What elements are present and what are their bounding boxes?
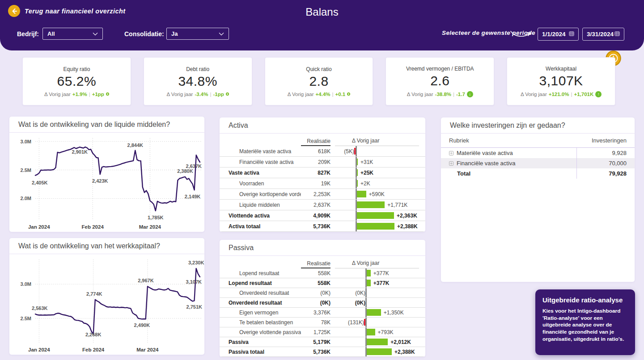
- delta-value: +25K: [360, 170, 373, 176]
- row-label: Te betalen belastingen: [226, 319, 301, 326]
- delta-bar: [357, 191, 366, 197]
- period-start-input[interactable]: 1/1/2024: [538, 28, 579, 41]
- bedrijf-label: Bedrijf:: [17, 30, 39, 38]
- realisatie-value: 558K: [301, 270, 330, 276]
- table-row[interactable]: Overige kortlopende vordering... 2,253K …: [220, 189, 425, 200]
- kpi-title: Equity ratio: [63, 66, 90, 72]
- delta-bar: [367, 270, 371, 276]
- passiva-card: Passiva Realisatie Δ Vorig jaar Lopend r…: [219, 239, 426, 357]
- delta-value: +377K: [373, 280, 390, 286]
- svg-text:2,901K: 2,901K: [72, 149, 88, 155]
- zero-axis: [365, 318, 367, 327]
- liquidity-chart-title: Wat is de ontwikkeling van de liquide mi…: [9, 117, 204, 133]
- zero-axis: [365, 298, 367, 307]
- chevron-down-icon: [219, 30, 224, 37]
- investeringen-value: 9,928: [576, 148, 627, 158]
- ratio-analyse-body: Kies voor het Intigo-dashboard 'Ratio-an…: [542, 308, 628, 343]
- delta-value: +1,771K: [387, 202, 407, 208]
- table-row[interactable]: Te betalen belastingen 78K (131K): [220, 318, 425, 327]
- investeringen-value: 79,928: [576, 168, 627, 179]
- kpi-title: Werkkapitaal: [546, 66, 576, 72]
- table-row[interactable]: Overige vlottende passiva 1,725K +793K: [220, 327, 425, 337]
- kpi-value: 2.8: [309, 74, 328, 89]
- realisatie-value: 2,637K: [301, 202, 330, 208]
- delta-value: +1,350K: [384, 310, 404, 316]
- bedrijf-dropdown[interactable]: All: [42, 28, 103, 40]
- table-row[interactable]: Lopend resultaat 558K +377K: [220, 278, 425, 288]
- rubriek-label: Materiële vaste activa: [457, 150, 513, 156]
- realisatie-value: 558K: [301, 280, 330, 286]
- werkkapitaal-chart-card: Wat is de ontwikkeling van het werkkapit…: [9, 238, 205, 355]
- kpi-card: Quick ratio 2.8 Δ Vorig jaar +4.4%|+0.1: [265, 57, 373, 105]
- delta-bar: [367, 348, 392, 355]
- expand-icon[interactable]: [449, 151, 453, 155]
- realisatie-value: 5,736K: [301, 349, 330, 355]
- delta-value: (5K): [344, 148, 354, 155]
- invest-row[interactable]: Financiële vaste activa 70,000: [441, 158, 635, 168]
- realisatie-value: 1,725K: [301, 329, 330, 335]
- svg-text:2,844K: 2,844K: [127, 142, 144, 148]
- table-row[interactable]: Financiële vaste activa 209K +31K: [220, 157, 425, 167]
- table-row[interactable]: Onverdeeld resultaat (0K) (0K): [220, 298, 425, 308]
- row-label: Vlottende activa: [226, 213, 301, 219]
- ratio-analyse-tile[interactable]: Uitgebreide ratio-analyse Kies voor het …: [535, 289, 635, 355]
- svg-text:Feb 2024: Feb 2024: [82, 347, 105, 352]
- delta-bar: [367, 309, 381, 316]
- expand-icon[interactable]: [449, 161, 453, 166]
- delta-bar: [367, 329, 375, 335]
- chevron-down-icon: [93, 30, 98, 37]
- table-row[interactable]: Onverdeeld resultaat (0K) (0K): [220, 288, 425, 298]
- realisatie-value: 618K: [301, 148, 330, 155]
- delta-value: +2K: [360, 180, 370, 187]
- realisatie-value: (0K): [301, 300, 330, 306]
- trend-up-icon: ↑: [595, 91, 602, 97]
- row-label: Lopend resultaat: [226, 270, 301, 276]
- investeringen-card: Welke investeringen zijn er gedaan? Rubr…: [441, 117, 635, 282]
- kpi-delta: Δ Vorig jaar -38.8%|-1.7 ↓: [407, 91, 473, 97]
- delta-bar: [357, 169, 358, 176]
- realisatie-value: (0K): [301, 290, 330, 296]
- table-row[interactable]: Activa totaal 5,736K +2,388K: [220, 221, 425, 232]
- table-row[interactable]: Lopend resultaat 558K +377K: [220, 268, 425, 278]
- trend-ring-icon: [106, 92, 109, 96]
- table-row[interactable]: Passiva totaal 5,736K +2,388K: [220, 347, 425, 357]
- table-row[interactable]: Materiële vaste activa 618K (5K): [220, 146, 425, 157]
- delta-bar: [357, 180, 358, 187]
- kpi-card: Equity ratio 65.2% Δ Vorig jaar +1.9%|+1…: [22, 57, 131, 105]
- invest-row[interactable]: Total 79,928: [441, 168, 635, 179]
- period-end-input[interactable]: 3/31/2024: [582, 28, 624, 41]
- trend-down-icon: ↓: [467, 91, 473, 97]
- delta-value: +31K: [360, 159, 373, 165]
- delta-value: +2,363K: [397, 213, 417, 219]
- header-bar: Terug naar financieel overzicht Balans B…: [0, 0, 644, 50]
- liquidity-chart-card: Wat is de ontwikkeling van de liquide mi…: [9, 116, 205, 232]
- table-row[interactable]: Vaste activa 827K +25K: [220, 167, 425, 178]
- table-row[interactable]: Eigen vermogen 3,376K +1,350K: [220, 308, 425, 318]
- delta-value: +2,388K: [397, 223, 418, 230]
- period-end-value: 3/31/2024: [587, 31, 614, 38]
- table-row[interactable]: Voorraden 19K +2K: [220, 178, 425, 189]
- svg-text:2,268K: 2,268K: [85, 332, 102, 337]
- consolidatie-dropdown[interactable]: Ja: [166, 28, 229, 40]
- realisatie-value: 4,909K: [301, 213, 330, 219]
- line-series: [35, 147, 200, 211]
- invest-row[interactable]: Materiële vaste activa 9,928: [441, 148, 635, 158]
- realisatie-value: 2,253K: [301, 191, 330, 197]
- table-row[interactable]: Passiva 5,179K +2,012K: [220, 337, 425, 347]
- svg-text:3.0M: 3.0M: [21, 281, 31, 287]
- table-row[interactable]: Liquide middelen 2,637K +1,771K: [220, 200, 425, 210]
- delta-value: +590K: [369, 191, 385, 197]
- passiva-title: Passiva: [220, 240, 425, 256]
- table-row[interactable]: Vlottende activa 4,909K +2,363K: [220, 210, 425, 221]
- row-label: Financiële vaste activa: [226, 159, 301, 165]
- delta-value: +2,388K: [394, 349, 415, 355]
- zero-axis: [365, 288, 367, 297]
- svg-text:3,230K: 3,230K: [188, 260, 204, 265]
- delta-bar: [357, 201, 385, 208]
- kpi-delta: Δ Vorig jaar +4.4%|+0.1: [288, 92, 350, 97]
- col-rubriek: Rubriek: [449, 137, 576, 144]
- kpi-row: Equity ratio 65.2% Δ Vorig jaar +1.9%|+1…: [22, 57, 615, 105]
- kpi-value: 34.8%: [178, 74, 217, 89]
- col-investeringen: Investeringen: [576, 134, 627, 147]
- zero-axis: [356, 146, 357, 156]
